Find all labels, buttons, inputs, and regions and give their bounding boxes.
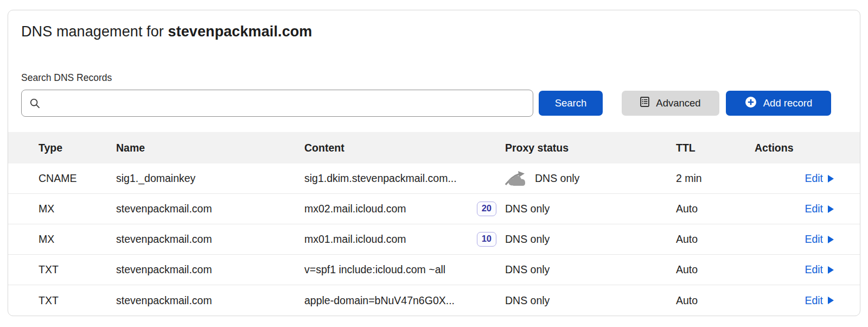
table-row: MX stevenpackmail.com mx01.mail.icloud.c… [8,224,860,255]
record-content: v=spf1 include:icloud.com ~all [304,263,445,276]
col-header-type: Type [39,142,116,154]
record-name: stevenpackmail.com [116,263,304,276]
mx-priority-badge: 10 [477,232,496,246]
mx-priority-badge: 20 [477,202,496,216]
chevron-right-icon [828,205,834,213]
record-content-cell: mx02.mail.icloud.com 20 [304,202,505,216]
table-row: CNAME sig1._domainkey sig1.dkim.stevenpa… [8,163,860,194]
col-header-proxy-status: Proxy status [505,142,676,154]
record-type: MX [39,203,116,215]
record-actions-cell: Edit [755,203,834,215]
table-row: TXT stevenpackmail.com apple-domain=bNuV… [8,285,860,316]
proxy-status-cell: DNS only [505,294,676,307]
dns-only-cloud-icon [505,171,527,186]
record-actions-cell: Edit [755,172,834,185]
document-list-icon [640,97,649,110]
search-label: Search DNS Records [21,72,112,84]
record-actions-cell: Edit [755,294,834,307]
col-header-content: Content [304,142,505,154]
advanced-button-label: Advanced [656,97,700,109]
record-content: mx02.mail.icloud.com [304,203,406,215]
page-title: DNS management for stevenpackmail.com [21,23,312,40]
dns-management-card: DNS management for stevenpackmail.com Se… [8,10,860,316]
record-type: TXT [39,294,116,307]
chevron-right-icon [828,297,834,304]
proxy-status-text: DNS only [535,172,579,185]
record-content-cell: sig1.dkim.stevenpackmail.com... [304,172,505,185]
search-input[interactable] [46,97,525,110]
edit-button[interactable]: Edit [805,263,834,276]
col-header-name: Name [116,142,304,154]
edit-label: Edit [805,172,823,185]
chevron-right-icon [828,175,834,183]
record-content: sig1.dkim.stevenpackmail.com... [304,172,457,185]
col-header-actions: Actions [755,142,834,154]
record-actions-cell: Edit [755,233,834,246]
record-content-cell: apple-domain=bNuV47n6G0X... [304,294,505,307]
table-row: TXT stevenpackmail.com v=spf1 include:ic… [8,255,860,285]
edit-label: Edit [805,263,823,276]
record-content-cell: v=spf1 include:icloud.com ~all [304,263,505,276]
record-type: MX [39,233,116,246]
proxy-status-cell: DNS only [505,263,676,276]
record-name: sig1._domainkey [116,172,304,185]
chevron-right-icon [828,236,834,243]
record-actions-cell: Edit [755,263,834,276]
table-row: MX stevenpackmail.com mx02.mail.icloud.c… [8,194,860,224]
record-ttl: Auto [676,233,755,246]
record-type: CNAME [39,172,116,185]
edit-label: Edit [805,294,823,307]
proxy-status-cell: DNS only [505,233,676,246]
edit-label: Edit [805,233,823,246]
proxy-status-text: DNS only [505,203,550,215]
edit-label: Edit [805,203,823,215]
proxy-status-text: DNS only [505,233,550,246]
record-content: apple-domain=bNuV47n6G0X... [304,294,455,307]
add-record-button[interactable]: Add record [726,91,831,116]
dns-records-table: Type Name Content Proxy status TTL Actio… [8,132,860,316]
edit-button[interactable]: Edit [805,203,834,215]
title-prefix: DNS management for [21,23,168,40]
edit-button[interactable]: Edit [805,294,834,307]
edit-button[interactable]: Edit [805,172,834,185]
chevron-right-icon [828,266,834,274]
record-name: stevenpackmail.com [116,233,304,246]
col-header-ttl: TTL [676,142,755,154]
table-header-row: Type Name Content Proxy status TTL Actio… [8,132,860,163]
proxy-status-text: DNS only [505,294,550,307]
add-record-label: Add record [763,97,813,109]
search-icon [29,98,41,109]
record-name: stevenpackmail.com [116,203,304,215]
record-ttl: Auto [676,294,755,307]
record-ttl: Auto [676,203,755,215]
record-type: TXT [39,263,116,276]
edit-button[interactable]: Edit [805,233,834,246]
record-name: stevenpackmail.com [116,294,304,307]
search-input-wrapper [21,90,533,117]
record-content: mx01.mail.icloud.com [304,233,406,246]
domain-name: stevenpackmail.com [168,23,312,40]
record-ttl: Auto [676,263,755,276]
proxy-status-cell: DNS only [505,171,676,186]
advanced-button[interactable]: Advanced [622,91,719,116]
proxy-status-cell: DNS only [505,203,676,215]
plus-circle-icon [745,96,757,111]
record-ttl: 2 min [676,172,755,185]
record-content-cell: mx01.mail.icloud.com 10 [304,232,505,246]
search-button-label: Search [555,97,587,109]
proxy-status-text: DNS only [505,263,550,276]
search-button[interactable]: Search [539,91,603,116]
table-body: CNAME sig1._domainkey sig1.dkim.stevenpa… [8,163,860,316]
